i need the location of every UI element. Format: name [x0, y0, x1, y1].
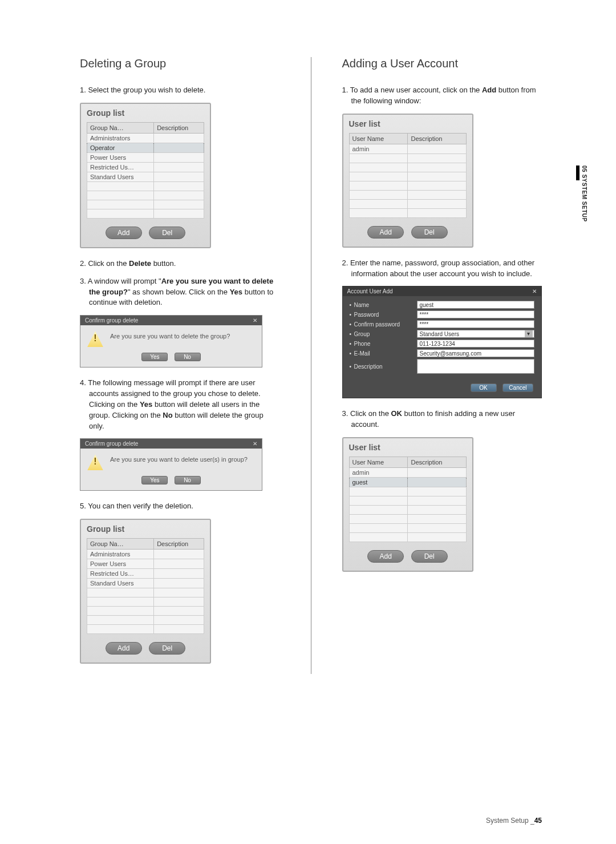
step-4-left: 4. The following message will prompt if …: [80, 378, 280, 431]
col-description[interactable]: Description: [154, 539, 204, 550]
user-list-panel-before: User list User Name Description admin Ad…: [342, 114, 473, 248]
col-description[interactable]: Description: [408, 457, 466, 468]
label-name: Name: [354, 302, 417, 308]
del-button[interactable]: Del: [149, 227, 185, 239]
step-1-right: 1. To add a new user account, click on t…: [342, 85, 542, 107]
label-phone: Phone: [354, 341, 417, 347]
warning-icon: [87, 331, 103, 347]
user-list-panel-after: User list User Name Description admin gu…: [342, 437, 473, 572]
yes-button[interactable]: Yes: [141, 353, 168, 361]
phone-field[interactable]: 011-123-1234: [417, 340, 534, 348]
add-button[interactable]: Add: [367, 226, 404, 239]
confirm-delete-group-dialog: Confirm group delete ✕ Are you sure you …: [80, 315, 262, 368]
name-field[interactable]: guest: [417, 301, 534, 309]
account-user-add-dialog: Account User Add ✕ •Nameguest •Password*…: [342, 286, 542, 398]
no-button[interactable]: No: [175, 353, 201, 361]
col-group-name[interactable]: Group Na…: [87, 122, 154, 133]
close-icon[interactable]: ✕: [253, 317, 257, 324]
table-row[interactable]: Standard Users: [87, 579, 154, 588]
add-button[interactable]: Add: [106, 227, 142, 239]
table-row[interactable]: guest: [349, 478, 408, 487]
table-row[interactable]: admin: [349, 468, 408, 478]
step-5-left: 5. You can then verify the deletion.: [80, 501, 280, 512]
group-list-panel-before: Group list Group Na… Description Adminis…: [80, 103, 211, 248]
col-description[interactable]: Description: [408, 133, 466, 144]
col-user-name[interactable]: User Name: [349, 457, 408, 468]
dialog-message: Are you sure you want to delete user(s) …: [110, 454, 248, 463]
dialog-title-text: Confirm group delete: [85, 441, 138, 447]
group-list-title: Group list: [87, 108, 204, 118]
confirm-delete-users-dialog: Confirm group delete ✕ Are you sure you …: [80, 438, 262, 491]
heading-deleting-group: Deleting a Group: [80, 57, 280, 70]
label-confirm-password: Confirm password: [354, 321, 417, 328]
label-group: Group: [354, 331, 417, 337]
user-list-table-before: User Name Description admin: [349, 133, 467, 218]
table-row[interactable]: Administrators: [87, 550, 154, 559]
ok-button[interactable]: OK: [471, 383, 497, 392]
description-field[interactable]: [417, 359, 534, 374]
table-row[interactable]: Administrators: [87, 133, 154, 143]
group-list-table-before: Group Na… Description Administrators Ope…: [87, 122, 204, 219]
group-list-table-after: Group Na… Description Administrators Pow…: [87, 538, 204, 634]
label-description: Description: [354, 364, 417, 370]
step-2-left: 2. Click on the Delete button.: [80, 259, 280, 269]
col-user-name[interactable]: User Name: [349, 133, 408, 144]
del-button[interactable]: Del: [411, 226, 448, 239]
step-3-left: 3. A window will prompt "Are you sure yo…: [80, 276, 280, 309]
dialog-title-text: Confirm group delete: [85, 317, 138, 324]
password-field[interactable]: ****: [417, 310, 534, 318]
del-button[interactable]: Del: [411, 550, 448, 563]
label-password: Password: [354, 312, 417, 318]
page-footer: System Setup _45: [486, 817, 542, 825]
close-icon[interactable]: ✕: [253, 441, 257, 447]
del-button[interactable]: Del: [149, 642, 185, 655]
table-row[interactable]: admin: [349, 144, 408, 154]
user-list-table-after: User Name Description admin guest: [349, 457, 467, 542]
col-description[interactable]: Description: [154, 122, 204, 133]
table-row[interactable]: Power Users: [87, 152, 154, 162]
confirm-password-field[interactable]: ****: [417, 320, 534, 328]
table-row[interactable]: Power Users: [87, 559, 154, 569]
form-title-text: Account User Add: [347, 288, 393, 294]
user-list-title: User list: [349, 443, 467, 452]
email-field[interactable]: Security@samsung.com: [417, 349, 534, 357]
heading-adding-user: Adding a User Account: [342, 57, 542, 70]
step-3-right: 3. Click on the OK button to finish addi…: [342, 409, 542, 430]
label-email: E-Mail: [354, 350, 417, 357]
no-button[interactable]: No: [175, 476, 201, 484]
side-tab: 05 SYSTEM SETUP: [575, 165, 587, 222]
close-icon[interactable]: ✕: [532, 288, 537, 294]
user-list-title: User list: [349, 119, 467, 128]
table-row[interactable]: Restricted Us…: [87, 569, 154, 579]
step-1-left: 1. Select the group you wish to delete.: [80, 85, 280, 96]
table-row[interactable]: Standard Users: [87, 172, 154, 181]
col-group-name[interactable]: Group Na…: [87, 539, 154, 550]
group-select[interactable]: Standard Users: [417, 330, 534, 338]
yes-button[interactable]: Yes: [141, 476, 168, 484]
cancel-button[interactable]: Cancel: [502, 383, 533, 392]
warning-icon: [87, 454, 103, 470]
add-button[interactable]: Add: [367, 550, 404, 563]
table-row[interactable]: Restricted Us…: [87, 162, 154, 172]
column-divider: [311, 57, 311, 674]
group-list-panel-after: Group list Group Na… Description Adminis…: [80, 519, 211, 664]
dialog-message: Are you sure you want to delete the grou…: [110, 331, 230, 340]
step-2-right: 2. Enter the name, password, group assoc…: [342, 258, 542, 280]
add-button[interactable]: Add: [106, 642, 142, 655]
table-row[interactable]: Operator: [87, 143, 154, 152]
group-list-title: Group list: [87, 524, 204, 534]
